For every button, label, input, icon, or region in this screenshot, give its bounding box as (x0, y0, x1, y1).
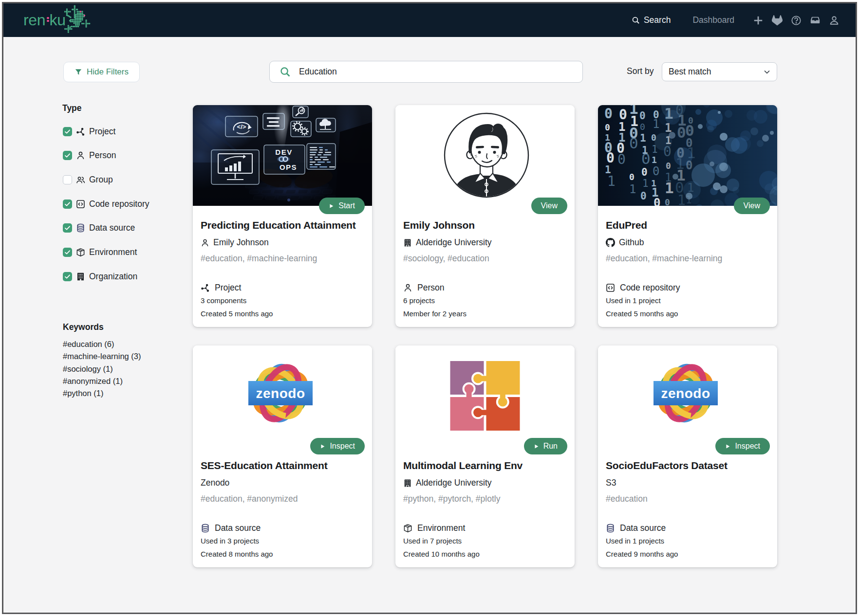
card-keywords: #education, #machine-learning (201, 254, 317, 264)
card-action-button[interactable]: Inspect (715, 438, 770, 454)
play-icon (329, 203, 334, 209)
keyword-item[interactable]: #anonymized (1) (63, 375, 141, 387)
type-filter-heading: Type (62, 103, 82, 113)
card-detail-2: Created 5 months ago (606, 309, 678, 318)
keyword-item[interactable]: #education (6) (63, 338, 141, 350)
card-action-button[interactable]: Start (319, 198, 365, 214)
environment-icon (403, 524, 412, 533)
type-icon (76, 272, 85, 281)
card-action-label: Run (543, 442, 558, 451)
person-icon (201, 238, 209, 247)
top-navbar: renkuSearchDashboard (3, 3, 856, 37)
card-action-label: View (541, 201, 558, 210)
card-subtitle-row: S3 (606, 477, 616, 489)
type-checkbox[interactable] (63, 127, 72, 136)
brand-logo[interactable]: renku (23, 8, 92, 33)
sort-select[interactable]: Best match (662, 62, 777, 81)
card-action-label: Start (338, 201, 355, 210)
gitlab-icon[interactable] (772, 15, 783, 26)
card-subtitle-row: Zenodo (201, 477, 229, 489)
keyword-item[interactable]: #sociology (1) (63, 363, 141, 375)
card-action-button[interactable]: View (734, 198, 770, 214)
type-filter-row-person[interactable]: Person (63, 150, 116, 162)
check-icon (64, 249, 71, 256)
help-icon[interactable] (791, 15, 802, 26)
person-icon (403, 283, 412, 292)
type-filter-row-environment[interactable]: Environment (63, 247, 137, 258)
type-filter-row-group[interactable]: Group (63, 174, 113, 185)
card-type-row: Code repository (606, 282, 680, 293)
card-image (598, 345, 777, 446)
inbox-icon[interactable] (810, 15, 821, 26)
card-keywords: #education (606, 494, 648, 504)
search-input[interactable] (299, 67, 552, 77)
card-subtitle-row: Alderidge University (403, 477, 492, 489)
card-detail-2: Member for 2 years (403, 309, 467, 318)
brand-name-left: ren (23, 11, 45, 29)
type-filter-row-data-source[interactable]: Data source (63, 222, 135, 234)
card-subtitle: Alderidge University (416, 237, 492, 248)
keyword-item[interactable]: #python (1) (63, 387, 141, 399)
card-subtitle: Zenodo (201, 478, 229, 488)
keyword-item[interactable]: #machine-learning (3) (63, 350, 141, 362)
type-checkbox[interactable] (63, 248, 72, 257)
play-icon (320, 444, 325, 449)
result-card[interactable]: View EduPred Github #education, #machine… (598, 105, 777, 327)
card-keywords: #education, #machine-learning (606, 254, 722, 264)
plus-icon[interactable] (753, 15, 764, 26)
type-checkbox[interactable] (63, 223, 72, 233)
hide-filters-button[interactable]: Hide Filters (63, 62, 140, 82)
card-keywords: #sociology, #education (403, 254, 489, 264)
user-icon[interactable] (829, 15, 840, 26)
card-subtitle: Emily Johnson (213, 237, 269, 248)
keywords-heading: Keywords (63, 322, 104, 332)
result-card[interactable]: Run Multimodal Learning Env Alderidge Un… (395, 345, 575, 567)
type-checkbox[interactable] (63, 272, 72, 281)
card-type-label: Data source (620, 523, 666, 533)
type-checkbox[interactable] (63, 175, 72, 184)
play-icon (534, 444, 539, 449)
card-detail-2: Created 5 months ago (201, 309, 273, 318)
card-subtitle-row: Emily Johnson (201, 237, 269, 248)
type-label: Data source (89, 223, 135, 233)
search-bar (269, 61, 583, 83)
nav-search-label: Search (644, 15, 671, 25)
type-filter-row-code-repository[interactable]: Code repository (63, 198, 149, 210)
card-image (598, 105, 777, 206)
card-action-button[interactable]: View (531, 198, 567, 214)
card-title: EduPred (606, 219, 769, 231)
result-card[interactable]: Inspect SocioEduFactors Dataset S3 #educ… (598, 345, 777, 567)
chevron-down-icon (763, 68, 771, 76)
card-action-label: View (744, 201, 760, 210)
card-subtitle-row: Github (606, 237, 644, 248)
card-type-label: Code repository (620, 283, 680, 293)
card-detail-2: Created 9 months ago (606, 550, 678, 558)
type-icon (76, 175, 85, 184)
result-card[interactable]: View Emily Johnson Alderidge University … (395, 105, 575, 327)
check-icon (64, 128, 71, 135)
type-label: Group (89, 175, 113, 185)
nav-search-link[interactable]: Search (632, 15, 671, 25)
type-checkbox[interactable] (63, 151, 72, 160)
result-card[interactable]: Start Predicting Education Attainment Em… (193, 105, 372, 327)
type-filter-row-project[interactable]: Project (63, 126, 115, 137)
type-icon (76, 151, 85, 160)
type-checkbox[interactable] (63, 199, 72, 209)
card-keywords: #education, #anonymized (201, 494, 298, 504)
nav-dashboard-link[interactable]: Dashboard (692, 15, 734, 25)
card-action-button[interactable]: Run (524, 438, 567, 454)
result-card[interactable]: Inspect SES-Education Attainment Zenodo … (193, 345, 372, 567)
type-filter-row-organization[interactable]: Organization (63, 271, 137, 282)
type-icon (76, 199, 85, 209)
type-icon (76, 248, 85, 257)
sort-select-value: Best match (669, 67, 711, 77)
card-action-button[interactable]: Inspect (310, 438, 365, 454)
card-detail-2: Created 10 months ago (403, 550, 480, 558)
card-image (193, 345, 372, 446)
github-icon (606, 238, 615, 247)
card-detail-1: Used in 7 projects (403, 537, 462, 545)
card-type-row: Environment (403, 523, 465, 534)
play-icon (725, 444, 730, 449)
card-title: Predicting Education Attainment (201, 219, 364, 231)
card-type-row: Project (201, 282, 241, 293)
